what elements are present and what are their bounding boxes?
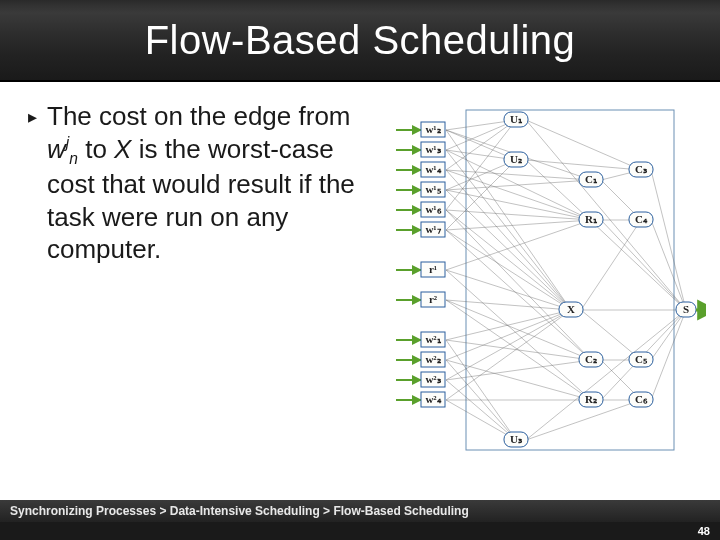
bullet-item: ▸ The cost on the edge from wjn to X is …	[28, 100, 358, 266]
svg-line-61	[651, 310, 686, 360]
svg-text:C₄: C₄	[635, 213, 648, 225]
svg-line-36	[446, 310, 571, 380]
var-w-sup: j	[66, 134, 69, 151]
svg-text:w²₃: w²₃	[425, 373, 441, 385]
svg-line-10	[446, 170, 571, 310]
svg-line-31	[446, 340, 516, 440]
diagram-svg: w¹₂ w¹₃ w¹₄ w¹₅ w¹₆ w¹₇ r¹ r² w²₁ w²₂ w²…	[366, 100, 706, 460]
page-number-bar: 48	[0, 522, 720, 540]
svg-text:C₆: C₆	[635, 393, 648, 405]
svg-text:C₃: C₃	[635, 163, 648, 175]
mid-left-nodes: C₁ R₁	[579, 172, 603, 227]
svg-line-27	[446, 300, 571, 310]
svg-text:r²: r²	[429, 293, 438, 305]
svg-line-15	[446, 190, 591, 220]
svg-text:C₁: C₁	[585, 173, 598, 185]
u-top-nodes: U₁ U₂	[504, 112, 528, 167]
svg-text:w¹₄: w¹₄	[425, 163, 441, 175]
slide-title: Flow-Based Scheduling	[145, 18, 576, 63]
svg-text:R₁: R₁	[585, 213, 598, 225]
svg-line-49	[601, 220, 686, 310]
svg-text:w²₂: w²₂	[425, 353, 440, 365]
svg-text:w¹₂: w¹₂	[425, 123, 440, 135]
w-group-2: w²₁ w²₂ w²₃ w²₄	[396, 332, 445, 407]
svg-line-37	[446, 360, 591, 380]
sink-node: S	[676, 302, 706, 317]
svg-text:C₅: C₅	[635, 353, 648, 365]
r-nodes: r¹ r²	[396, 262, 445, 307]
svg-text:U₁: U₁	[510, 113, 523, 125]
svg-text:w¹₆: w¹₆	[425, 203, 441, 215]
var-x: X	[114, 134, 131, 164]
svg-text:w¹₇: w¹₇	[425, 223, 441, 235]
svg-line-22	[446, 220, 591, 230]
svg-text:w²₄: w²₄	[425, 393, 441, 405]
svg-line-43	[526, 120, 686, 310]
w-group-1: w¹₂ w¹₃ w¹₄ w¹₅ w¹₆ w¹₇	[396, 122, 445, 237]
svg-line-50	[581, 220, 641, 310]
breadcrumb: Synchronizing Processes > Data-Intensive…	[10, 504, 469, 518]
svg-line-39	[446, 310, 571, 400]
bullet-marker: ▸	[28, 100, 37, 266]
svg-line-17	[446, 210, 571, 310]
svg-line-34	[446, 360, 591, 400]
svg-line-62	[651, 310, 686, 400]
svg-line-19	[446, 210, 591, 360]
u3-node: U₃	[504, 432, 528, 447]
svg-line-45	[526, 160, 686, 310]
flow-network-diagram: w¹₂ w¹₃ w¹₄ w¹₅ w¹₆ w¹₇ r¹ r² w²₁ w²₂ w²…	[366, 100, 706, 460]
svg-line-58	[526, 310, 686, 440]
svg-line-20	[446, 160, 516, 230]
title-bar: Flow-Based Scheduling	[0, 0, 720, 82]
svg-text:U₃: U₃	[510, 433, 523, 445]
svg-line-60	[651, 220, 686, 310]
svg-line-14	[446, 180, 591, 190]
svg-line-21	[446, 230, 571, 310]
var-w-sub: n	[69, 150, 78, 167]
svg-text:C₂: C₂	[585, 353, 597, 365]
right-c-nodes: C₃ C₄ C₅ C₆	[629, 162, 653, 407]
svg-line-26	[446, 270, 591, 400]
svg-line-44	[526, 160, 641, 170]
svg-text:S: S	[683, 303, 689, 315]
svg-line-32	[446, 340, 591, 360]
bullet-text-pre: The cost on the edge from	[47, 101, 351, 131]
svg-line-33	[446, 310, 571, 360]
var-w: w	[47, 134, 66, 164]
svg-text:U₂: U₂	[510, 153, 522, 165]
svg-line-24	[446, 270, 571, 310]
mid-right-nodes: C₂ R₂	[579, 352, 603, 407]
svg-text:r¹: r¹	[429, 263, 437, 275]
svg-line-11	[446, 170, 591, 220]
svg-line-23	[446, 230, 591, 360]
page-number: 48	[698, 525, 710, 537]
footer-bar: Synchronizing Processes > Data-Intensive…	[0, 500, 720, 522]
bullet-text-mid: to	[78, 134, 114, 164]
svg-text:X: X	[567, 303, 575, 315]
svg-line-38	[446, 380, 516, 440]
slide-body: ▸ The cost on the edge from wjn to X is …	[0, 82, 720, 500]
svg-text:w²₁: w²₁	[425, 333, 441, 345]
svg-line-18	[446, 210, 591, 220]
bullet-text: The cost on the edge from wjn to X is th…	[47, 100, 358, 266]
x-node: X	[559, 302, 583, 317]
svg-text:R₂: R₂	[585, 393, 597, 405]
svg-line-42	[526, 120, 641, 170]
svg-line-13	[446, 190, 571, 310]
svg-text:w¹₃: w¹₃	[425, 143, 441, 155]
svg-text:w¹₅: w¹₅	[425, 183, 441, 195]
